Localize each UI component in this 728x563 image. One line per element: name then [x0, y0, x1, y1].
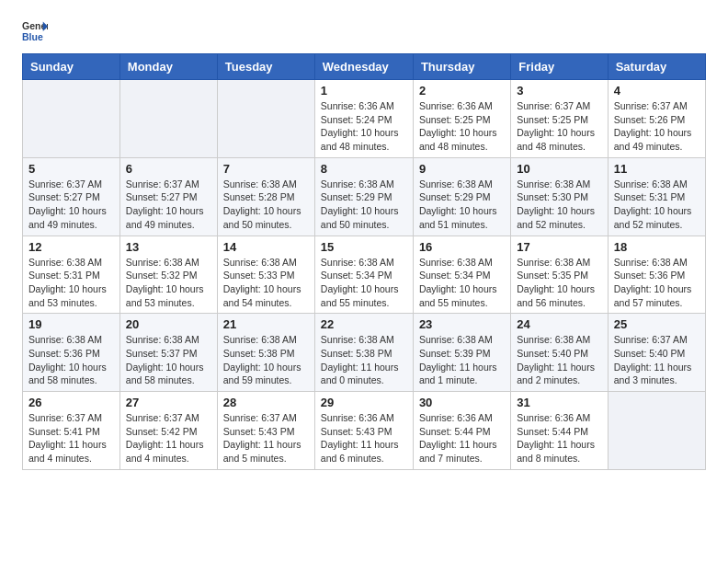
- day-cell: 24Sunrise: 6:38 AMSunset: 5:40 PMDayligh…: [511, 314, 608, 392]
- day-cell: [23, 80, 120, 158]
- week-row-5: 26Sunrise: 6:37 AMSunset: 5:41 PMDayligh…: [23, 392, 706, 470]
- day-number: 23: [419, 317, 505, 331]
- day-cell: 30Sunrise: 6:36 AMSunset: 5:44 PMDayligh…: [413, 392, 510, 470]
- day-info: Sunrise: 6:38 AMSunset: 5:29 PMDaylight:…: [321, 178, 407, 232]
- day-number: 11: [614, 162, 700, 176]
- day-info: Sunrise: 6:37 AMSunset: 5:25 PMDaylight:…: [517, 99, 601, 154]
- week-row-3: 12Sunrise: 6:38 AMSunset: 5:31 PMDayligh…: [23, 236, 706, 314]
- svg-text:Blue: Blue: [22, 31, 43, 42]
- weekday-header-friday: Friday: [511, 54, 608, 80]
- day-number: 18: [614, 240, 700, 254]
- day-info: Sunrise: 6:36 AMSunset: 5:43 PMDaylight:…: [321, 411, 407, 465]
- day-number: 25: [614, 317, 700, 331]
- day-cell: 5Sunrise: 6:37 AMSunset: 5:27 PMDaylight…: [23, 157, 120, 236]
- logo: General Blue: [22, 18, 48, 44]
- weekday-header-thursday: Thursday: [413, 54, 510, 80]
- header: General Blue: [22, 18, 706, 44]
- day-info: Sunrise: 6:38 AMSunset: 5:36 PMDaylight:…: [28, 333, 114, 387]
- day-info: Sunrise: 6:38 AMSunset: 5:38 PMDaylight:…: [321, 333, 407, 387]
- day-info: Sunrise: 6:38 AMSunset: 5:39 PMDaylight:…: [419, 333, 505, 387]
- day-cell: 28Sunrise: 6:37 AMSunset: 5:43 PMDayligh…: [217, 392, 314, 470]
- day-cell: 16Sunrise: 6:38 AMSunset: 5:34 PMDayligh…: [413, 236, 510, 314]
- day-info: Sunrise: 6:37 AMSunset: 5:40 PMDaylight:…: [614, 333, 700, 387]
- day-info: Sunrise: 6:38 AMSunset: 5:34 PMDaylight:…: [419, 256, 505, 310]
- day-info: Sunrise: 6:38 AMSunset: 5:31 PMDaylight:…: [28, 256, 114, 310]
- day-info: Sunrise: 6:38 AMSunset: 5:32 PMDaylight:…: [126, 256, 211, 310]
- calendar-table: SundayMondayTuesdayWednesdayThursdayFrid…: [22, 53, 706, 470]
- day-cell: 23Sunrise: 6:38 AMSunset: 5:39 PMDayligh…: [413, 314, 510, 392]
- day-number: 6: [126, 162, 211, 176]
- day-number: 22: [321, 317, 407, 331]
- day-info: Sunrise: 6:38 AMSunset: 5:28 PMDaylight:…: [223, 178, 309, 232]
- day-info: Sunrise: 6:37 AMSunset: 5:41 PMDaylight:…: [28, 411, 114, 465]
- day-number: 13: [126, 240, 211, 254]
- day-number: 15: [321, 240, 407, 254]
- day-number: 5: [28, 162, 114, 176]
- day-cell: 21Sunrise: 6:38 AMSunset: 5:38 PMDayligh…: [217, 314, 314, 392]
- day-cell: [608, 392, 705, 470]
- day-number: 8: [321, 162, 407, 176]
- day-number: 20: [126, 317, 211, 331]
- weekday-header-monday: Monday: [119, 54, 217, 80]
- day-cell: [119, 80, 217, 158]
- day-cell: 10Sunrise: 6:38 AMSunset: 5:30 PMDayligh…: [511, 157, 608, 236]
- day-cell: 11Sunrise: 6:38 AMSunset: 5:31 PMDayligh…: [608, 157, 705, 236]
- generalblue-logo-icon: General Blue: [22, 18, 48, 44]
- day-cell: 8Sunrise: 6:38 AMSunset: 5:29 PMDaylight…: [314, 157, 413, 236]
- day-cell: 25Sunrise: 6:37 AMSunset: 5:40 PMDayligh…: [608, 314, 705, 392]
- day-number: 9: [419, 162, 505, 176]
- day-info: Sunrise: 6:37 AMSunset: 5:43 PMDaylight:…: [223, 411, 309, 465]
- day-info: Sunrise: 6:38 AMSunset: 5:37 PMDaylight:…: [126, 333, 211, 387]
- day-cell: 31Sunrise: 6:36 AMSunset: 5:44 PMDayligh…: [511, 392, 608, 470]
- day-info: Sunrise: 6:37 AMSunset: 5:27 PMDaylight:…: [28, 178, 114, 232]
- day-number: 10: [517, 162, 601, 176]
- day-info: Sunrise: 6:37 AMSunset: 5:27 PMDaylight:…: [126, 178, 211, 232]
- day-info: Sunrise: 6:38 AMSunset: 5:38 PMDaylight:…: [223, 333, 309, 387]
- day-cell: 4Sunrise: 6:37 AMSunset: 5:26 PMDaylight…: [608, 80, 705, 158]
- day-info: Sunrise: 6:36 AMSunset: 5:44 PMDaylight:…: [517, 411, 601, 465]
- weekday-header-row: SundayMondayTuesdayWednesdayThursdayFrid…: [23, 54, 706, 80]
- day-info: Sunrise: 6:37 AMSunset: 5:26 PMDaylight:…: [614, 99, 700, 154]
- day-number: 26: [28, 396, 114, 409]
- day-info: Sunrise: 6:38 AMSunset: 5:31 PMDaylight:…: [614, 178, 700, 232]
- day-info: Sunrise: 6:36 AMSunset: 5:24 PMDaylight:…: [321, 99, 407, 154]
- week-row-4: 19Sunrise: 6:38 AMSunset: 5:36 PMDayligh…: [23, 314, 706, 392]
- day-cell: 9Sunrise: 6:38 AMSunset: 5:29 PMDaylight…: [413, 157, 510, 236]
- day-info: Sunrise: 6:38 AMSunset: 5:34 PMDaylight:…: [321, 256, 407, 310]
- day-number: 14: [223, 240, 309, 254]
- day-number: 29: [321, 396, 407, 409]
- page: General Blue SundayMondayTuesdayWednesda…: [0, 0, 728, 488]
- day-cell: 1Sunrise: 6:36 AMSunset: 5:24 PMDaylight…: [314, 80, 413, 158]
- day-cell: 2Sunrise: 6:36 AMSunset: 5:25 PMDaylight…: [413, 80, 510, 158]
- day-cell: 6Sunrise: 6:37 AMSunset: 5:27 PMDaylight…: [119, 157, 217, 236]
- day-number: 1: [321, 84, 407, 98]
- day-number: 19: [28, 317, 114, 331]
- day-number: 21: [223, 317, 309, 331]
- day-number: 12: [28, 240, 114, 254]
- day-info: Sunrise: 6:37 AMSunset: 5:42 PMDaylight:…: [126, 411, 211, 465]
- day-number: 24: [517, 317, 601, 331]
- day-info: Sunrise: 6:36 AMSunset: 5:25 PMDaylight:…: [419, 99, 505, 154]
- day-info: Sunrise: 6:38 AMSunset: 5:29 PMDaylight:…: [419, 178, 505, 232]
- day-cell: 13Sunrise: 6:38 AMSunset: 5:32 PMDayligh…: [119, 236, 217, 314]
- day-number: 31: [517, 396, 601, 409]
- day-number: 30: [419, 396, 505, 409]
- weekday-header-tuesday: Tuesday: [217, 54, 314, 80]
- day-cell: 7Sunrise: 6:38 AMSunset: 5:28 PMDaylight…: [217, 157, 314, 236]
- day-number: 28: [223, 396, 309, 409]
- weekday-header-sunday: Sunday: [23, 54, 120, 80]
- day-info: Sunrise: 6:38 AMSunset: 5:35 PMDaylight:…: [517, 256, 601, 310]
- weekday-header-saturday: Saturday: [608, 54, 705, 80]
- day-number: 3: [517, 84, 601, 98]
- day-cell: 29Sunrise: 6:36 AMSunset: 5:43 PMDayligh…: [314, 392, 413, 470]
- weekday-header-wednesday: Wednesday: [314, 54, 413, 80]
- day-number: 7: [223, 162, 309, 176]
- day-cell: 22Sunrise: 6:38 AMSunset: 5:38 PMDayligh…: [314, 314, 413, 392]
- day-cell: [217, 80, 314, 158]
- day-cell: 27Sunrise: 6:37 AMSunset: 5:42 PMDayligh…: [119, 392, 217, 470]
- day-number: 4: [614, 84, 700, 98]
- day-cell: 20Sunrise: 6:38 AMSunset: 5:37 PMDayligh…: [119, 314, 217, 392]
- day-cell: 3Sunrise: 6:37 AMSunset: 5:25 PMDaylight…: [511, 80, 608, 158]
- day-info: Sunrise: 6:36 AMSunset: 5:44 PMDaylight:…: [419, 411, 505, 465]
- day-number: 16: [419, 240, 505, 254]
